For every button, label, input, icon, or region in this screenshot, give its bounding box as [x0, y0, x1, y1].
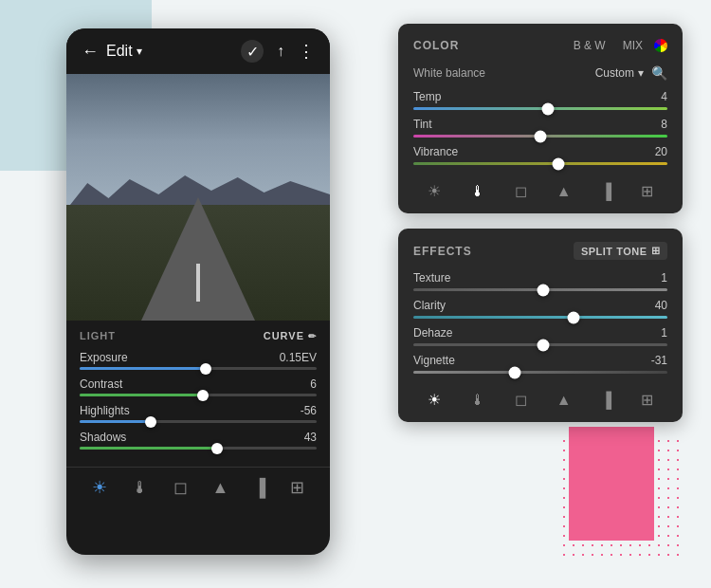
color-grid-icon[interactable]: ⊞ — [641, 182, 653, 200]
tint-value: 8 — [661, 118, 667, 131]
split-tone-label: SPLIT TONE — [581, 246, 647, 257]
tint-label-row: Tint 8 — [413, 118, 667, 131]
vignette-track[interactable] — [413, 371, 667, 374]
wb-value: Custom — [595, 66, 634, 80]
color-panel: COLOR B & W MIX White balance Custom ▾ 🔍… — [398, 24, 683, 213]
shadows-slider-row: Shadows 43 — [80, 431, 317, 450]
vignette-label: Vignette — [413, 354, 455, 367]
vignette-label-row: Vignette -31 — [413, 354, 667, 367]
contrast-label-row: Contrast 6 — [80, 377, 317, 391]
shadows-label: Shadows — [80, 431, 126, 444]
back-icon[interactable]: ← — [82, 42, 99, 62]
color-panel-title: COLOR — [413, 39, 459, 52]
highlights-value: -56 — [301, 404, 317, 417]
light-controls: LIGHT CURVE ✏ Exposure 0.15EV Contrast 6 — [66, 321, 330, 467]
effects-triangle-icon[interactable]: ▲ — [556, 392, 572, 409]
edit-label: Edit — [106, 43, 133, 60]
dehaze-label-row: Dehaze 1 — [413, 326, 667, 340]
wb-custom-btn[interactable]: Custom ▾ — [595, 66, 644, 80]
temp-icon[interactable]: 🌡 — [132, 478, 149, 498]
contrast-track[interactable] — [80, 394, 317, 396]
contrast-slider-row: Contrast 6 — [80, 377, 317, 396]
temp-track[interactable] — [413, 107, 667, 110]
effects-panel-title: EFFECTS — [413, 245, 472, 258]
more-icon[interactable]: ⋮ — [298, 41, 315, 62]
tab-bw[interactable]: B & W — [568, 37, 611, 54]
road-surface — [141, 197, 255, 321]
texture-label-row: Texture 1 — [413, 271, 667, 285]
contrast-label: Contrast — [80, 377, 122, 391]
dehaze-label: Dehaze — [413, 326, 452, 340]
dehaze-value: 1 — [661, 326, 667, 340]
vignette-slider-row: Vignette -31 — [413, 354, 667, 374]
highlights-track[interactable] — [80, 420, 317, 423]
road-line — [196, 264, 200, 302]
wb-label: White balance — [413, 66, 485, 80]
square-icon[interactable]: ◻ — [173, 477, 188, 498]
texture-label: Texture — [413, 271, 450, 285]
curve-label: CURVE — [264, 330, 304, 341]
vibrance-slider-row: Vibrance 20 — [413, 145, 667, 165]
light-header: LIGHT CURVE ✏ — [80, 330, 317, 341]
wb-dropdown-icon: ▾ — [638, 66, 644, 80]
exposure-label-row: Exposure 0.15EV — [80, 351, 317, 364]
effects-panel-header: EFFECTS SPLIT TONE ⊞ — [413, 242, 667, 260]
effects-sun-icon[interactable]: ☀ — [428, 391, 441, 409]
effects-bars-icon[interactable]: ▐ — [600, 392, 611, 409]
dehaze-track[interactable] — [413, 343, 667, 346]
vibrance-value: 20 — [655, 145, 667, 158]
exposure-value: 0.15EV — [280, 351, 317, 364]
shadows-value: 43 — [304, 431, 317, 444]
temp-label-row: Temp 4 — [413, 90, 667, 103]
temp-slider-row: Temp 4 — [413, 90, 667, 110]
tint-slider-row: Tint 8 — [413, 118, 667, 138]
effects-square-icon[interactable]: ◻ — [515, 391, 527, 409]
texture-track[interactable] — [413, 288, 667, 291]
edit-title: Edit ▾ — [106, 43, 142, 60]
curve-button[interactable]: CURVE ✏ — [264, 330, 317, 341]
check-icon[interactable]: ✓ — [241, 40, 264, 63]
eyedropper-icon[interactable]: 🔍 — [651, 65, 667, 81]
phone-header-left: ← Edit ▾ — [82, 42, 142, 62]
split-tone-button[interactable]: SPLIT TONE ⊞ — [574, 242, 667, 260]
phone-bottom-nav: ☀ 🌡 ◻ ▲ ▐ ⊞ — [66, 467, 330, 504]
shadows-track[interactable] — [80, 447, 317, 450]
tint-track[interactable] — [413, 135, 667, 138]
tab-mix[interactable]: MIX — [617, 37, 648, 54]
vibrance-label: Vibrance — [413, 145, 458, 158]
effects-panel: EFFECTS SPLIT TONE ⊞ Texture 1 Clarity 4 — [398, 229, 683, 422]
triangle-icon[interactable]: ▲ — [212, 478, 229, 498]
sun-icon[interactable]: ☀ — [92, 477, 107, 498]
temp-value: 4 — [661, 90, 667, 103]
light-label: LIGHT — [80, 330, 116, 341]
color-temp-icon[interactable]: 🌡 — [470, 183, 485, 200]
phone-header-icons: ✓ ↑ ⋮ — [241, 40, 315, 63]
texture-slider-row: Texture 1 — [413, 271, 667, 291]
phone-mockup: ← Edit ▾ ✓ ↑ ⋮ LIGHT CURVE ✏ — [66, 28, 330, 555]
grid-icon[interactable]: ⊞ — [290, 477, 304, 498]
phone-header: ← Edit ▾ ✓ ↑ ⋮ — [66, 28, 330, 74]
color-triangle-icon[interactable]: ▲ — [556, 183, 572, 200]
photo-preview — [66, 74, 330, 321]
color-sun-icon[interactable]: ☀ — [428, 182, 441, 200]
dropdown-icon[interactable]: ▾ — [137, 45, 142, 58]
contrast-value: 6 — [310, 377, 317, 391]
exposure-track[interactable] — [80, 367, 317, 370]
color-square-icon[interactable]: ◻ — [515, 182, 527, 200]
color-wheel-icon[interactable] — [654, 39, 667, 52]
clarity-track[interactable] — [413, 316, 667, 319]
clarity-slider-row: Clarity 40 — [413, 299, 667, 319]
effects-temp-icon[interactable]: 🌡 — [470, 392, 485, 409]
color-panel-bottom-nav: ☀ 🌡 ◻ ▲ ▐ ⊞ — [413, 173, 667, 200]
effects-grid-icon[interactable]: ⊞ — [641, 391, 653, 409]
wb-right: Custom ▾ 🔍 — [595, 65, 667, 81]
dehaze-slider-row: Dehaze 1 — [413, 326, 667, 346]
share-icon[interactable]: ↑ — [277, 43, 284, 60]
clarity-value: 40 — [655, 299, 667, 312]
highlights-label: Highlights — [80, 404, 130, 417]
color-panel-tabs: B & W MIX — [568, 37, 667, 54]
vibrance-track[interactable] — [413, 162, 667, 165]
texture-value: 1 — [661, 271, 667, 285]
bars-icon[interactable]: ▐ — [253, 478, 265, 498]
color-bars-icon[interactable]: ▐ — [600, 183, 611, 200]
